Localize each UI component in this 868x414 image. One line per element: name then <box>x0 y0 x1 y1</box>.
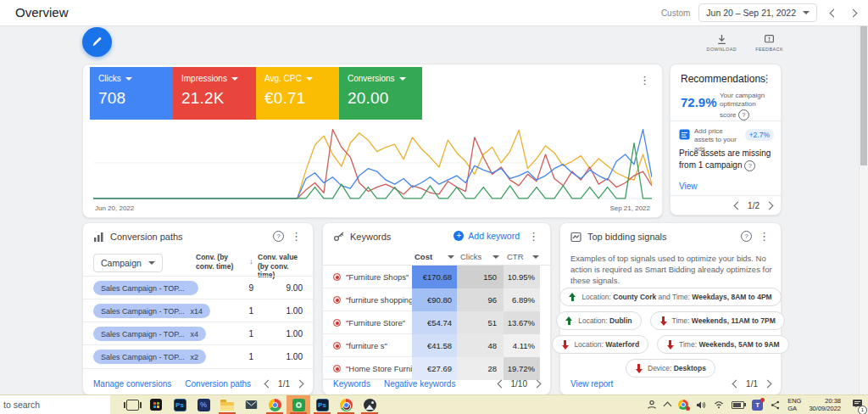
campaign-chip[interactable]: Sales Campaign - TOP...x2 <box>93 350 206 364</box>
battery-button[interactable] <box>732 401 744 409</box>
column-header-conversions[interactable]: Conv. (by conv. time) <box>196 253 248 271</box>
next-page-icon[interactable] <box>764 380 772 389</box>
photoshop-icon: Ps <box>316 399 329 411</box>
metric-value: 708 <box>98 89 173 108</box>
table-row: "Furniture Store" €54.74 51 13.67% <box>323 311 550 334</box>
chrome-button[interactable] <box>263 395 287 414</box>
download-button[interactable]: DOWNLOAD <box>707 34 737 52</box>
divider <box>670 195 781 196</box>
clock[interactable]: 20:3830/09/2022 <box>809 397 841 413</box>
prev-page-icon[interactable] <box>732 380 741 389</box>
more-options-icon[interactable]: ⋮ <box>528 231 539 242</box>
keyword-text[interactable]: "furniture s" <box>346 341 387 350</box>
performance-trend-chart <box>93 124 652 202</box>
keyword-status-icon <box>333 365 341 372</box>
metric-conversions[interactable]: Conversions 20.00 <box>339 67 422 120</box>
metric-impressions[interactable]: Impressions 21.2K <box>173 67 256 120</box>
next-page-icon[interactable] <box>296 380 304 389</box>
negative-keywords-link[interactable]: Negative keywords <box>384 379 455 389</box>
teams-button[interactable] <box>752 400 763 411</box>
help-icon[interactable]: ? <box>741 231 752 242</box>
chevron-down-icon <box>148 261 155 265</box>
notification-center-button[interactable]: 1 <box>852 397 863 412</box>
chevron-down-icon <box>532 255 539 259</box>
notification-count-badge: 1 <box>858 406 867 414</box>
table-row: Sales Campaign - TOP...x2 1 1.00 <box>83 344 313 369</box>
page-indicator: 1/1 <box>278 379 290 389</box>
help-icon[interactable]: ? <box>273 231 284 242</box>
task-view-button[interactable] <box>120 395 144 414</box>
next-page-icon[interactable] <box>533 380 542 389</box>
photoshop-icon: Ps <box>174 399 186 411</box>
signal-chip: Location: Waterford <box>552 335 648 354</box>
scrollbar-thumb[interactable] <box>860 25 867 165</box>
keyword-text[interactable]: "furniture shopping" <box>346 295 412 305</box>
more-options-icon[interactable]: ⋮ <box>759 231 770 242</box>
active-green-app-button[interactable] <box>287 395 310 414</box>
help-icon[interactable]: ? <box>744 160 755 171</box>
keyword-text[interactable]: "Furniture Shops" <box>346 272 409 282</box>
date-range-value: Jun 20 – Sep 21, 2022 <box>706 8 796 18</box>
previous-period-button[interactable] <box>830 8 838 17</box>
manage-conversions-link[interactable]: Manage conversions <box>93 379 171 389</box>
more-options-icon[interactable]: ⋮ <box>291 231 302 242</box>
add-keyword-button[interactable]: + Add keyword <box>453 231 520 241</box>
chrome-profile-button[interactable] <box>334 395 358 414</box>
campaign-chip[interactable]: Sales Campaign - TOP...x4 <box>93 327 206 341</box>
speaker-icon <box>696 400 706 410</box>
arrow-down-icon <box>659 316 667 326</box>
metric-value: €0.71 <box>264 89 339 108</box>
metric-avg-cpc[interactable]: Avg. CPC €0.71 <box>256 67 339 120</box>
share-app-button[interactable] <box>771 400 780 410</box>
campaign-chip[interactable]: Sales Campaign - TOP... <box>93 281 198 295</box>
pagination: 1/1 <box>265 379 303 389</box>
date-range-selector[interactable]: Jun 20 – Sep 21, 2022 <box>698 3 817 22</box>
view-report-link[interactable]: View report <box>570 379 613 389</box>
next-page-icon[interactable] <box>765 202 774 210</box>
file-explorer-button[interactable] <box>215 395 239 414</box>
conversion-paths-link[interactable]: Conversion paths <box>185 379 251 389</box>
volume-button[interactable] <box>696 400 706 410</box>
x-axis-end-label: Sep 21, 2022 <box>609 204 650 212</box>
photoshop-2-button[interactable]: Ps <box>310 395 334 414</box>
view-link[interactable]: View <box>679 182 698 191</box>
photos-button[interactable] <box>358 395 381 414</box>
column-header-cost[interactable]: Cost <box>415 252 432 261</box>
campaign-chip[interactable]: Sales Campaign - TOP...x14 <box>93 304 210 318</box>
help-icon[interactable]: ? <box>738 109 749 120</box>
column-header-ctr[interactable]: CTR <box>507 252 524 261</box>
campaign-filter-dropdown[interactable]: Campaign <box>93 254 163 272</box>
next-period-button[interactable] <box>849 8 858 17</box>
table-row: "furniture s" €41.58 48 4.11% <box>323 334 550 357</box>
more-options-icon[interactable]: ⋮ <box>639 75 650 86</box>
column-header-clicks[interactable]: Clicks <box>460 252 481 261</box>
keywords-link[interactable]: Keywords <box>333 379 370 389</box>
prev-page-icon[interactable] <box>264 380 273 389</box>
feedback-button[interactable]: FEEDBACK <box>755 34 783 52</box>
prev-page-icon[interactable] <box>497 380 505 389</box>
photoshop-button[interactable]: Ps <box>168 395 192 414</box>
more-options-icon[interactable]: ⋮ <box>761 73 772 84</box>
network-button[interactable] <box>714 400 724 409</box>
tray-chrome-button[interactable] <box>678 400 688 410</box>
taskbar-search-box[interactable]: to search <box>0 395 110 414</box>
arrow-down-icon <box>666 340 674 350</box>
show-hidden-icons-button[interactable] <box>665 400 670 409</box>
microsoft-store-button[interactable] <box>144 395 168 414</box>
vertical-scrollbar[interactable] <box>859 25 868 395</box>
keyword-text[interactable]: "Furniture Store" <box>346 318 405 327</box>
cost-cell: €27.69 <box>412 357 457 380</box>
edit-button[interactable] <box>82 27 112 57</box>
metric-clicks[interactable]: Clicks 708 <box>90 67 173 120</box>
dark-blue-app-button[interactable] <box>192 395 215 414</box>
prev-page-icon[interactable] <box>734 202 743 210</box>
people-button[interactable] <box>647 400 657 410</box>
keyword-status-icon <box>333 273 341 281</box>
keyword-text[interactable]: "Home Store Furniture" <box>346 364 412 373</box>
conversions-cell: 9 <box>211 283 253 293</box>
clicks-cell: 48 <box>457 334 504 357</box>
uplift-badge: +2.7% <box>745 129 774 141</box>
signal-chip: Time: Weekends, 5AM to 9AM <box>657 335 789 354</box>
mail-button[interactable] <box>239 395 263 414</box>
language-indicator[interactable]: ENGGA <box>787 397 801 413</box>
